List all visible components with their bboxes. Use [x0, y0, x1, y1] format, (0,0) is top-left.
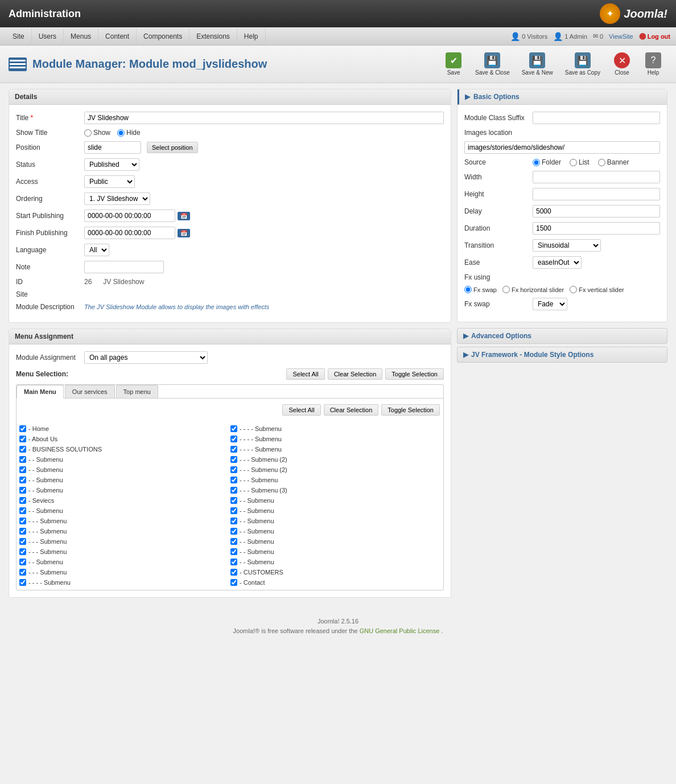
delay-input[interactable]: [533, 205, 660, 217]
position-input[interactable]: [84, 141, 141, 154]
blue-arrow-icon: ▶: [465, 93, 470, 101]
inner-toggle-selection-button[interactable]: Toggle Selection: [381, 404, 440, 416]
top-clear-selection-button[interactable]: Clear Selection: [328, 368, 383, 380]
nav-help[interactable]: Help: [237, 29, 266, 44]
menu-item-checkbox-left-8[interactable]: [19, 507, 26, 514]
duration-input[interactable]: [533, 222, 660, 235]
menu-item-checkbox-left-4[interactable]: [19, 466, 26, 473]
fxhslider-radio-label[interactable]: Fx horizontal slider: [502, 286, 564, 293]
save-close-button[interactable]: 💾 Save & Close: [471, 50, 514, 78]
top-select-all-button[interactable]: Select All: [286, 368, 324, 380]
nav-extensions[interactable]: Extensions: [189, 29, 237, 44]
help-button[interactable]: ? Help: [639, 50, 667, 78]
menu-item-checkbox-right-11[interactable]: [230, 538, 237, 545]
menu-item-checkbox-left-9[interactable]: [19, 518, 26, 524]
fxvslider-radio[interactable]: [570, 286, 577, 293]
transition-select[interactable]: Sinusoidal Linear Elastic Back Bounce: [533, 239, 601, 252]
note-input[interactable]: [84, 261, 164, 273]
menu-item-checkbox-left-2[interactable]: [19, 446, 26, 453]
top-toggle-selection-button[interactable]: Toggle Selection: [385, 368, 444, 380]
menu-item-checkbox-right-4[interactable]: [230, 466, 237, 473]
save-button[interactable]: ✔ Save: [439, 50, 468, 78]
inner-clear-selection-button[interactable]: Clear Selection: [324, 404, 379, 416]
viewsite-link[interactable]: ViewSite: [609, 33, 633, 40]
logout-link[interactable]: ⬤ Log out: [639, 32, 670, 40]
tab-top-menu[interactable]: Top menu: [116, 385, 158, 398]
menu-item-checkbox-left-3[interactable]: [19, 456, 26, 463]
list-radio[interactable]: [570, 159, 577, 166]
menu-item-checkbox-right-9[interactable]: [230, 518, 237, 524]
close-button[interactable]: ✕ Close: [608, 50, 636, 78]
finish-cal-icon[interactable]: 📅: [178, 229, 190, 237]
menu-assignment-body: Module Assignment On all pages No pages …: [9, 344, 451, 597]
folder-radio-label[interactable]: Folder: [533, 158, 561, 166]
list-radio-label[interactable]: List: [570, 158, 590, 166]
menu-item-checkbox-right-6[interactable]: [230, 487, 237, 494]
language-select[interactable]: All: [84, 244, 109, 256]
menu-item-checkbox-right-3[interactable]: [230, 456, 237, 463]
show-radio-label[interactable]: Show: [84, 129, 110, 137]
ordering-select[interactable]: 1. JV Slideshow: [84, 192, 150, 205]
nav-components[interactable]: Components: [137, 29, 189, 44]
access-select[interactable]: Public Registered Special: [84, 175, 135, 188]
title-input[interactable]: [84, 112, 444, 124]
menu-item-checkbox-left-6[interactable]: [19, 487, 26, 494]
ease-select[interactable]: easeInOut easeIn easeOut: [533, 256, 582, 269]
menu-item-checkbox-right-13[interactable]: [230, 559, 237, 565]
menu-item-checkbox-left-15[interactable]: [19, 579, 26, 586]
hide-radio-label[interactable]: Hide: [117, 129, 141, 137]
save-copy-button[interactable]: 💾 Save as Copy: [560, 50, 605, 78]
menu-item-checkbox-right-8[interactable]: [230, 507, 237, 514]
module-assignment-select[interactable]: On all pages No pages Only on the pages …: [84, 351, 208, 364]
nav-site[interactable]: Site: [6, 29, 32, 44]
banner-radio-label[interactable]: Banner: [598, 158, 629, 166]
details-section: Details Title * S: [9, 89, 451, 323]
start-publishing-input[interactable]: [84, 210, 175, 222]
menu-item-checkbox-right-15[interactable]: [230, 579, 237, 586]
start-cal-icon[interactable]: 📅: [178, 212, 190, 220]
menu-item-checkbox-right-5[interactable]: [230, 477, 237, 483]
nav-users[interactable]: Users: [32, 29, 64, 44]
menu-item-checkbox-left-11[interactable]: [19, 538, 26, 545]
nav-menus[interactable]: Menus: [64, 29, 98, 44]
show-radio[interactable]: [84, 129, 92, 137]
fxhslider-radio[interactable]: [502, 286, 510, 293]
jv-framework-header[interactable]: ▶ JV Framework - Module Style Options: [457, 347, 667, 363]
fxswap-select[interactable]: Fade Slide Zoom: [533, 298, 567, 310]
height-input[interactable]: [533, 188, 660, 200]
fxswap-radio[interactable]: [464, 286, 472, 293]
menu-item-checkbox-left-7[interactable]: [19, 497, 26, 504]
save-new-button[interactable]: 💾 Save & New: [517, 50, 558, 78]
width-input[interactable]: [533, 171, 660, 183]
hide-radio[interactable]: [117, 129, 125, 137]
module-class-suffix-input[interactable]: [533, 112, 660, 124]
advanced-options-header[interactable]: ▶ Advanced Options: [457, 328, 667, 344]
banner-radio[interactable]: [598, 159, 605, 166]
menu-item-checkbox-left-1[interactable]: [19, 436, 26, 442]
folder-radio[interactable]: [533, 159, 540, 166]
menu-item-checkbox-left-5[interactable]: [19, 477, 26, 483]
menu-item-checkbox-right-1[interactable]: [230, 436, 237, 442]
fxvslider-radio-label[interactable]: Fx vertical slider: [570, 286, 624, 293]
menu-item-checkbox-left-13[interactable]: [19, 559, 26, 565]
menu-item-checkbox-left-14[interactable]: [19, 569, 26, 576]
menu-item-checkbox-left-10[interactable]: [19, 528, 26, 535]
fxswap-radio-label[interactable]: Fx swap: [464, 286, 497, 293]
status-select[interactable]: Published Unpublished Trashed: [84, 158, 139, 171]
menu-item-checkbox-right-7[interactable]: [230, 497, 237, 504]
tab-main-menu[interactable]: Main Menu: [17, 385, 64, 399]
tab-our-services[interactable]: Our services: [65, 385, 115, 398]
nav-content[interactable]: Content: [98, 29, 137, 44]
gpl-link[interactable]: GNU General Public License: [360, 627, 440, 634]
menu-item-checkbox-left-12[interactable]: [19, 548, 26, 555]
menu-item-checkbox-right-12[interactable]: [230, 548, 237, 555]
select-position-button[interactable]: Select position: [147, 142, 198, 153]
inner-select-all-button[interactable]: Select All: [282, 404, 320, 416]
menu-item-checkbox-right-2[interactable]: [230, 446, 237, 453]
menu-item-checkbox-left-0[interactable]: [19, 425, 26, 432]
menu-item-checkbox-right-0[interactable]: [230, 425, 237, 432]
menu-item-checkbox-right-14[interactable]: [230, 569, 237, 576]
finish-publishing-input[interactable]: [84, 227, 175, 239]
menu-item-checkbox-right-10[interactable]: [230, 528, 237, 535]
images-location-input[interactable]: [464, 141, 660, 154]
